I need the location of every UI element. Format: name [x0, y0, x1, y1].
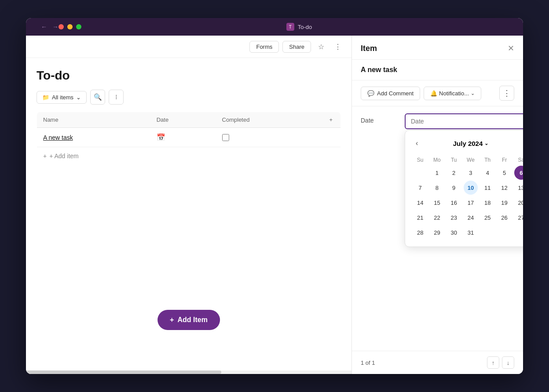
cal-day-14[interactable]: 14 — [413, 196, 427, 210]
search-button[interactable]: 🔍 — [90, 90, 105, 105]
right-panel: Item ✕ A new task 💬 Add Comment 🔔 Notifi… — [351, 36, 523, 374]
cal-day-10[interactable]: 10 — [464, 181, 478, 195]
filter-button[interactable]: ⁝ — [109, 90, 124, 105]
toolbar: Forms Share ☆ ⋮ — [26, 36, 351, 58]
cal-day-15[interactable]: 15 — [430, 196, 444, 210]
cal-day-9[interactable]: 9 — [447, 181, 461, 195]
right-panel-header: Item ✕ — [352, 36, 523, 60]
all-items-filter[interactable]: 📁 All items ⌄ — [37, 91, 87, 104]
cal-day-8[interactable]: 8 — [430, 181, 444, 195]
cal-day-1[interactable]: 1 — [430, 166, 444, 180]
more-menu-button[interactable]: ⋮ — [331, 40, 344, 53]
cal-day-empty-3 — [498, 225, 512, 240]
cal-next-button[interactable]: › — [520, 138, 523, 149]
cal-day-5[interactable]: 5 — [498, 166, 512, 180]
cal-day-24[interactable]: 24 — [464, 211, 478, 225]
col-header-completed: Completed — [216, 112, 323, 128]
maximize-traffic-light[interactable] — [76, 24, 81, 29]
cal-day-19[interactable]: 19 — [498, 196, 512, 210]
data-table: Name Date Completed + A new task — [37, 112, 341, 165]
dow-su: Su — [412, 155, 428, 165]
share-button[interactable]: Share — [282, 41, 311, 53]
notifications-button[interactable]: 🔔 Notificatio... ⌄ — [424, 87, 481, 100]
titlebar: ← → T To-do — [26, 18, 523, 36]
add-item-fab-button[interactable]: + Add Item — [157, 310, 220, 330]
right-panel-title: Item — [361, 44, 377, 53]
cal-day-30[interactable]: 30 — [447, 225, 461, 240]
forms-button[interactable]: Forms — [249, 41, 279, 53]
cal-day-16[interactable]: 16 — [447, 196, 461, 210]
main-content: Name Date Completed + A new task — [26, 112, 351, 374]
page-header: To-do — [26, 58, 351, 90]
cal-day-13[interactable]: 13 — [514, 181, 523, 195]
cal-day-6[interactable]: 6 — [514, 166, 523, 180]
cal-day-22[interactable]: 22 — [430, 211, 444, 225]
more-options-button[interactable]: ⋮ — [499, 86, 514, 101]
pagination-text: 1 of 1 — [361, 359, 375, 366]
cal-day-12[interactable]: 12 — [498, 181, 512, 195]
main-panel: Forms Share ☆ ⋮ To-do 📁 All items ⌄ 🔍 ⁝ — [26, 36, 351, 374]
date-input[interactable] — [405, 113, 523, 129]
app-window: ← → T To-do Forms Share ☆ ⋮ — [26, 18, 523, 374]
chevron-down-icon: ⌄ — [76, 94, 81, 101]
minimize-traffic-light[interactable] — [67, 24, 73, 29]
pagination-nav: ↑ ↓ — [487, 356, 514, 369]
cal-day-7[interactable]: 7 — [413, 181, 427, 195]
calendar-popup: ‹ July 2024 ⌄ › Su Mo — [405, 130, 523, 247]
cal-day-28[interactable]: 28 — [413, 225, 427, 240]
cal-day-17[interactable]: 17 — [464, 196, 478, 210]
dow-tu: Tu — [446, 155, 462, 165]
horizontal-scrollbar[interactable] — [26, 370, 351, 374]
date-cell-icon: 📅 — [157, 134, 165, 141]
col-header-date: Date — [150, 112, 216, 128]
cal-day-4[interactable]: 4 — [480, 166, 494, 180]
date-field-row: Date ‹ July 2024 ⌄ › — [361, 113, 514, 247]
bell-icon: 🔔 — [430, 90, 437, 97]
completed-checkbox[interactable] — [222, 134, 229, 141]
scrollbar-thumb[interactable] — [26, 370, 221, 374]
cal-day-25[interactable]: 25 — [480, 211, 494, 225]
cal-day-11[interactable]: 11 — [480, 181, 494, 195]
titlebar-center: T To-do — [81, 23, 517, 31]
cal-chevron-icon: ⌄ — [484, 141, 488, 146]
task-name-cell[interactable]: A new task — [43, 134, 73, 141]
cal-day-3[interactable]: 3 — [464, 166, 478, 180]
close-panel-button[interactable]: ✕ — [508, 44, 514, 53]
folder-icon: 📁 — [42, 94, 49, 101]
cal-day-empty-2 — [480, 225, 494, 240]
add-comment-button[interactable]: 💬 Add Comment — [361, 87, 420, 100]
cal-day-2[interactable]: 2 — [447, 166, 461, 180]
cal-day-18[interactable]: 18 — [480, 196, 494, 210]
forward-arrow[interactable]: → — [52, 23, 59, 30]
close-traffic-light[interactable] — [59, 24, 64, 29]
cal-day-empty-4 — [514, 225, 523, 240]
cal-day-20[interactable]: 20 — [514, 196, 523, 210]
cal-day-21[interactable]: 21 — [413, 211, 427, 225]
calendar-grid: Su Mo Tu We Th Fr Sa 1 2 — [412, 155, 523, 240]
cal-day-26[interactable]: 26 — [498, 211, 512, 225]
cal-day-31[interactable]: 31 — [464, 225, 478, 240]
dow-fr: Fr — [496, 155, 512, 165]
traffic-lights — [59, 24, 81, 29]
cal-day-empty-1 — [413, 166, 427, 180]
pagination-up-button[interactable]: ↑ — [487, 356, 499, 369]
cal-day-27[interactable]: 27 — [514, 211, 523, 225]
cal-day-29[interactable]: 29 — [430, 225, 444, 240]
page-title: To-do — [37, 69, 341, 83]
calendar-header: ‹ July 2024 ⌄ › — [412, 138, 523, 149]
action-bar: 💬 Add Comment 🔔 Notificatio... ⌄ ⋮ — [352, 80, 523, 106]
app-icon: T — [286, 23, 294, 31]
add-item-plus-icon: + — [43, 152, 47, 160]
pagination-down-button[interactable]: ↓ — [502, 356, 514, 369]
fields-area: Date ‹ July 2024 ⌄ › — [352, 106, 523, 351]
table-row: A new task 📅 — [37, 128, 341, 147]
table-container: Name Date Completed + A new task — [26, 112, 351, 374]
add-item-row: + + Add item — [37, 147, 341, 165]
col-add[interactable]: + — [323, 112, 341, 128]
cal-day-23[interactable]: 23 — [447, 211, 461, 225]
add-item-label[interactable]: + Add item — [49, 152, 79, 160]
dow-mo: Mo — [429, 155, 445, 165]
back-arrow[interactable]: ← — [41, 23, 47, 30]
cal-prev-button[interactable]: ‹ — [412, 138, 421, 149]
star-button[interactable]: ☆ — [315, 40, 328, 53]
